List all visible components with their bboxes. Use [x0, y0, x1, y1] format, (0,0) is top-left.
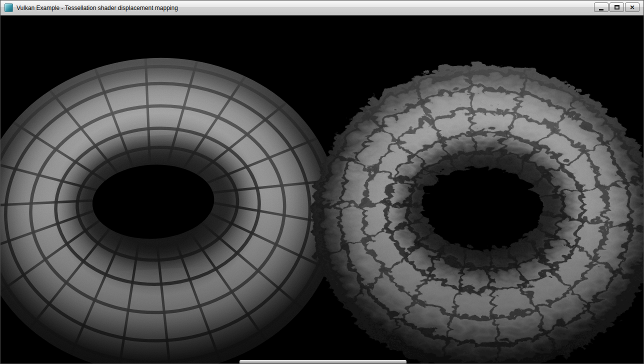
close-icon: ✕ [630, 4, 634, 10]
minimize-icon [599, 9, 604, 10]
titlebar[interactable]: Vulkan Example - Tessellation shader dis… [0, 0, 644, 16]
vulkan-app-icon [4, 4, 13, 12]
minimize-button[interactable] [594, 2, 608, 12]
maximize-icon [614, 5, 620, 10]
app-window: Vulkan Example - Tessellation shader dis… [0, 0, 644, 364]
maximize-button[interactable] [610, 2, 624, 12]
torus-displaced [304, 54, 644, 364]
close-button[interactable]: ✕ [625, 2, 640, 12]
torus-flat [0, 48, 347, 364]
bottom-frame-highlight [240, 360, 406, 364]
window-title: Vulkan Example - Tessellation shader dis… [16, 4, 178, 12]
render-viewport[interactable] [0, 16, 644, 364]
vulkan-render-surface[interactable] [0, 16, 644, 364]
caption-buttons: ✕ [593, 2, 640, 12]
